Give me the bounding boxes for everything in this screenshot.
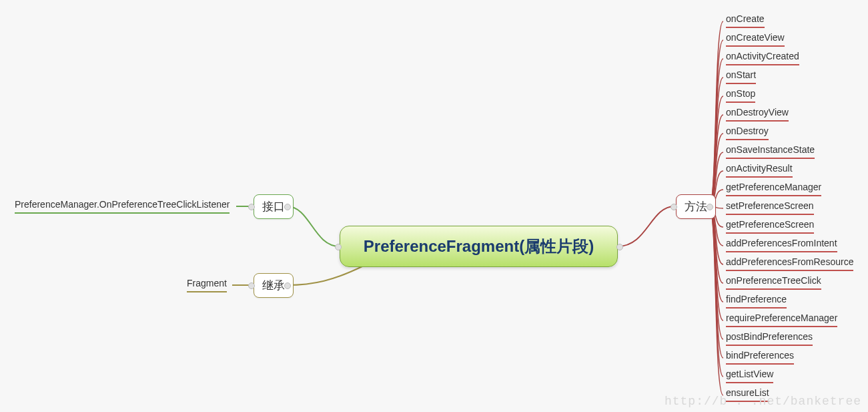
leaf-interface-label: PreferenceManager.OnPreferenceTreeClickL… [15, 199, 230, 210]
method-leaf-label: getPreferenceManager [726, 182, 821, 192]
method-leaf-label: requirePreferenceManager [726, 313, 837, 323]
method-leaf[interactable]: onStart [726, 69, 756, 84]
leaf-extends[interactable]: Fragment [187, 278, 227, 292]
branch-interface-conn-left [248, 204, 255, 210]
branch-methods-label: 方法 [685, 199, 707, 214]
method-leaf-label: addPreferencesFromResource [726, 256, 853, 267]
method-leaf-label: onDestroyView [726, 107, 789, 118]
method-leaf-label: addPreferencesFromIntent [726, 238, 837, 248]
method-leaf-label: onDestroy [726, 126, 769, 136]
method-leaf[interactable]: getPreferenceScreen [726, 219, 814, 234]
branch-methods-conn-left [671, 204, 677, 210]
branch-extends-label: 继承 [262, 278, 285, 293]
leaf-interface[interactable]: PreferenceManager.OnPreferenceTreeClickL… [15, 199, 230, 214]
branch-methods-conn-right [707, 204, 713, 210]
branch-interface-conn-right [284, 204, 291, 210]
method-leaf-label: onCreateView [726, 32, 785, 43]
method-leaf[interactable]: onSaveInstanceState [726, 144, 815, 159]
method-leaf[interactable]: onDestroyView [726, 107, 789, 122]
method-leaf[interactable]: findPreference [726, 294, 787, 308]
root-node[interactable]: PreferenceFragment(属性片段) [340, 226, 618, 267]
method-leaf-label: onSaveInstanceState [726, 144, 815, 155]
branch-interface-label: 接口 [262, 199, 285, 214]
method-leaf[interactable]: onActivityResult [726, 163, 793, 178]
root-connector-right [616, 244, 623, 250]
method-leaf[interactable]: bindPreferences [726, 350, 794, 365]
method-leaf[interactable]: onPreferenceTreeClick [726, 275, 821, 290]
method-leaf[interactable]: setPreferenceScreen [726, 200, 814, 215]
method-leaf[interactable]: onDestroy [726, 126, 769, 140]
method-leaf[interactable]: addPreferencesFromIntent [726, 238, 837, 252]
method-leaf-label: postBindPreferences [726, 331, 813, 342]
method-leaf[interactable]: onStop [726, 88, 755, 103]
method-leaf-label: onStop [726, 88, 755, 99]
method-leaf[interactable]: getListView [726, 369, 773, 383]
method-leaf[interactable]: onCreateView [726, 32, 785, 47]
root-label: PreferenceFragment(属性片段) [364, 236, 594, 257]
method-leaf-label: onPreferenceTreeClick [726, 275, 821, 286]
method-leaf-label: bindPreferences [726, 350, 794, 361]
branch-extends-conn-left [248, 282, 255, 289]
method-leaf-label: onActivityResult [726, 163, 793, 174]
method-leaf-label: onCreate [726, 13, 765, 24]
leaf-extends-label: Fragment [187, 278, 227, 288]
method-leaf[interactable]: onActivityCreated [726, 51, 799, 65]
method-leaf-label: onStart [726, 69, 756, 80]
method-leaf-label: onActivityCreated [726, 51, 799, 61]
method-leaf[interactable]: onCreate [726, 13, 765, 28]
root-connector-left [335, 244, 342, 250]
method-leaf[interactable]: requirePreferenceManager [726, 313, 837, 327]
watermark: http://b . .net/banketree [665, 395, 861, 408]
branch-extends-conn-right [284, 282, 291, 289]
method-leaf-label: getPreferenceScreen [726, 219, 814, 230]
method-leaf-label: findPreference [726, 294, 787, 304]
method-leaf[interactable]: addPreferencesFromResource [726, 256, 853, 271]
method-leaf-label: getListView [726, 369, 773, 379]
method-leaf-label: setPreferenceScreen [726, 200, 814, 211]
method-leaf[interactable]: postBindPreferences [726, 331, 813, 346]
method-leaf[interactable]: getPreferenceManager [726, 182, 821, 196]
